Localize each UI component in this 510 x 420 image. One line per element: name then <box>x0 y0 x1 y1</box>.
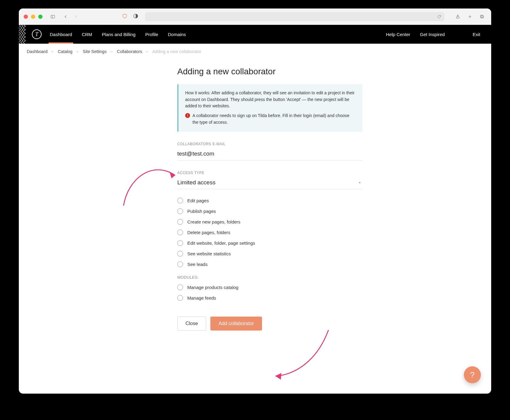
module-label: Manage products catalog <box>187 285 238 290</box>
permission-label: Delete pages, folders <box>187 230 230 235</box>
tabs-icon[interactable] <box>478 12 486 21</box>
radio-icon[interactable] <box>177 219 183 225</box>
permission-item[interactable]: Edit website, folder, page settings <box>177 240 362 246</box>
logo[interactable]: T <box>29 29 45 39</box>
main-content: Adding a new collaborator How it works: … <box>177 59 362 349</box>
svg-rect-7 <box>481 15 483 17</box>
nav-domains[interactable]: Domains <box>163 25 191 44</box>
nav-crm[interactable]: CRM <box>77 25 97 44</box>
permission-label: See website statistics <box>187 251 231 256</box>
browser-window: T Dashboard CRM Plans and Billing Profil… <box>19 8 491 394</box>
crumb-site-settings[interactable]: Site Settings <box>83 49 107 54</box>
reload-icon[interactable] <box>437 15 441 19</box>
new-tab-icon[interactable] <box>466 12 474 21</box>
info-title: How it works: <box>185 90 210 95</box>
radio-icon[interactable] <box>177 198 183 203</box>
maximize-window-icon[interactable] <box>38 15 42 19</box>
permission-item[interactable]: Edit pages <box>177 198 362 203</box>
close-window-icon[interactable] <box>24 15 28 19</box>
nav-help-center[interactable]: Help Center <box>381 32 415 37</box>
modules-label: MODULES: <box>177 275 362 280</box>
permission-label: See leads <box>187 262 208 267</box>
crumb-collaborators[interactable]: Collaborators <box>117 49 142 54</box>
permission-list: Edit pages Publish pages Create new page… <box>177 198 362 267</box>
address-bar[interactable] <box>145 12 444 21</box>
access-type-label: ACCESS TYPE <box>177 171 362 175</box>
radio-icon[interactable] <box>177 251 183 257</box>
shield-icon[interactable] <box>122 13 127 20</box>
share-icon[interactable] <box>454 12 462 21</box>
svg-rect-0 <box>51 15 55 18</box>
radio-icon[interactable] <box>177 208 183 214</box>
module-item[interactable]: Manage feeds <box>177 295 362 301</box>
action-bar: Close Add collaborator <box>177 317 362 331</box>
nav-get-inspired[interactable]: Get Inspired <box>415 32 450 37</box>
crumb-catalog[interactable]: Catalog <box>58 49 72 54</box>
breadcrumb: Dashboard→ Catalog→ Site Settings→ Colla… <box>19 44 491 59</box>
permission-item[interactable]: See leads <box>177 261 362 267</box>
permission-label: Edit website, folder, page settings <box>187 240 255 246</box>
add-collaborator-button[interactable]: Add collaborator <box>210 317 262 331</box>
main-nav: Dashboard CRM Plans and Billing Profile … <box>45 25 191 44</box>
radio-icon[interactable] <box>177 230 183 235</box>
page-title: Adding a new collaborator <box>177 67 362 76</box>
crumb-dashboard[interactable]: Dashboard <box>27 49 48 54</box>
permission-label: Publish pages <box>187 209 216 214</box>
contrast-icon[interactable] <box>133 13 138 20</box>
info-warning: A collaborator needs to sign up on Tilda… <box>192 113 356 126</box>
svg-rect-6 <box>481 15 484 18</box>
radio-icon[interactable] <box>177 261 183 267</box>
back-icon[interactable] <box>61 12 70 21</box>
warning-icon: ! <box>185 113 190 118</box>
permission-label: Edit pages <box>187 198 209 203</box>
permission-item[interactable]: See website statistics <box>177 251 362 257</box>
nav-profile[interactable]: Profile <box>140 25 163 44</box>
nav-exit[interactable]: Exit <box>468 32 485 37</box>
nav-plans[interactable]: Plans and Billing <box>97 25 141 44</box>
window-controls <box>24 15 42 19</box>
crumb-current: Adding a new collaborator <box>152 49 201 54</box>
info-box: How it works: After adding a collaborato… <box>177 84 362 132</box>
forward-icon[interactable] <box>72 12 80 21</box>
radio-icon[interactable] <box>177 295 183 301</box>
permission-item[interactable]: Create new pages, folders <box>177 219 362 225</box>
minimize-window-icon[interactable] <box>31 15 35 19</box>
email-label: COLLABORATORS E-MAIL <box>177 142 362 146</box>
app-header: T Dashboard CRM Plans and Billing Profil… <box>19 25 491 44</box>
radio-icon[interactable] <box>177 284 183 290</box>
permission-label: Create new pages, folders <box>187 219 240 224</box>
email-field[interactable] <box>177 149 362 160</box>
radio-icon[interactable] <box>177 240 183 246</box>
module-label: Manage feeds <box>187 295 216 301</box>
secondary-nav: Help Center Get Inspired Exit <box>381 25 491 44</box>
annotation-arrow <box>110 151 189 213</box>
info-text: After adding a collaborator, they will s… <box>185 90 355 108</box>
svg-marker-9 <box>275 373 281 380</box>
access-type-select[interactable] <box>177 177 362 189</box>
browser-titlebar <box>19 8 491 25</box>
svg-marker-8 <box>170 172 175 178</box>
nav-dashboard[interactable]: Dashboard <box>45 25 77 44</box>
permission-item[interactable]: Publish pages <box>177 208 362 214</box>
question-icon: ? <box>470 370 474 380</box>
sidebar-toggle-icon[interactable] <box>49 12 57 21</box>
brand-pattern <box>19 25 29 44</box>
permission-item[interactable]: Delete pages, folders <box>177 230 362 235</box>
close-button[interactable]: Close <box>177 317 206 331</box>
help-fab[interactable]: ? <box>464 366 481 383</box>
module-item[interactable]: Manage products catalog <box>177 284 362 290</box>
